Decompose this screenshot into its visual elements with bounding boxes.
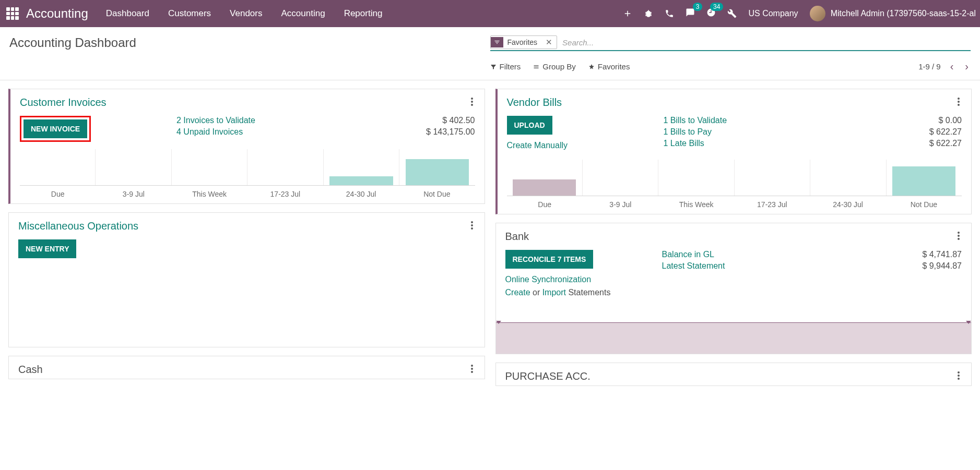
pager-prev-icon[interactable]: ‹	[948, 61, 956, 73]
pager-value[interactable]: 1-9 / 9	[918, 62, 941, 71]
link-invoices-to-validate[interactable]: 2 Invoices to Validate	[176, 116, 407, 125]
chart-label: 17-23 Jul	[734, 196, 810, 209]
kebab-icon[interactable]	[955, 97, 962, 109]
link-create-statement[interactable]: Create	[505, 288, 530, 297]
menu-vendors[interactable]: Vendors	[230, 8, 262, 19]
svg-point-4	[471, 224, 473, 226]
svg-point-15	[958, 371, 960, 373]
svg-point-2	[471, 104, 473, 106]
search-bar: Favorites ✕	[490, 35, 971, 51]
topbar-right: 3 34 US Company Mitchell Admin (17397560…	[623, 6, 976, 21]
chart-label: Due	[20, 186, 96, 198]
upload-button[interactable]: UPLOAD	[507, 116, 552, 135]
activities-badge: 34	[710, 3, 723, 11]
value-bills-to-validate: $ 0.00	[894, 116, 962, 125]
apps-icon[interactable]	[6, 7, 19, 20]
messaging-icon[interactable]: 3	[686, 8, 695, 19]
chart-label: 17-23 Jul	[247, 186, 323, 198]
chart-label: This Week	[658, 196, 734, 209]
favorites-button[interactable]: Favorites	[588, 62, 630, 71]
new-entry-button[interactable]: NEW ENTRY	[18, 239, 76, 258]
card-title-cash[interactable]: Cash	[18, 364, 43, 376]
link-create-manually[interactable]: Create Manually	[507, 141, 568, 150]
search-facet-favorites: Favorites ✕	[490, 35, 558, 49]
chart-label: This Week	[172, 186, 247, 198]
tools-icon[interactable]	[727, 9, 737, 18]
pager: 1-9 / 9 ‹ ›	[918, 61, 971, 73]
card-misc-operations: Miscellaneous Operations NEW ENTRY	[8, 212, 485, 347]
bug-icon[interactable]	[644, 9, 653, 18]
link-bills-to-pay[interactable]: 1 Bills to Pay	[664, 127, 894, 137]
text-or: or	[530, 288, 542, 297]
link-bills-to-validate[interactable]: 1 Bills to Validate	[664, 116, 894, 125]
pager-next-icon[interactable]: ›	[963, 61, 971, 73]
phone-icon[interactable]	[665, 9, 674, 18]
chart-vendor-bills: Due 3-9 Jul This Week 17-23 Jul 24-30 Ju…	[498, 160, 972, 214]
svg-point-5	[471, 227, 473, 230]
company-selector[interactable]: US Company	[748, 9, 798, 18]
menu-reporting[interactable]: Reporting	[344, 8, 383, 19]
svg-point-12	[958, 232, 960, 234]
card-customer-invoices: Customer Invoices NEW INVOICE 2 Invoices…	[8, 89, 485, 204]
reconcile-button[interactable]: RECONCILE 7 ITEMS	[505, 250, 594, 269]
card-title-purchase[interactable]: PURCHASE ACC.	[505, 370, 591, 382]
svg-point-1	[471, 101, 473, 103]
app-name[interactable]: Accounting	[26, 6, 88, 21]
facet-remove-icon[interactable]: ✕	[541, 38, 557, 47]
value-latest-statement: $ 9,944.87	[894, 261, 962, 271]
facet-label: Favorites	[503, 36, 542, 49]
chart-label: 3-9 Jul	[583, 196, 658, 209]
kebab-icon[interactable]	[469, 97, 475, 109]
svg-point-7	[471, 368, 473, 370]
main-menu: Dashboard Customers Vendors Accounting R…	[106, 8, 383, 19]
kebab-icon[interactable]	[469, 220, 475, 232]
link-balance-gl[interactable]: Balance in GL	[662, 250, 894, 259]
card-title-misc[interactable]: Miscellaneous Operations	[18, 220, 138, 232]
groupby-label: Group By	[542, 62, 575, 71]
menu-dashboard[interactable]: Dashboard	[106, 8, 149, 19]
svg-point-11	[958, 104, 960, 106]
card-vendor-bills: Vendor Bills UPLOAD Create Manually 1 Bi…	[495, 89, 972, 214]
kebab-icon[interactable]	[469, 364, 475, 376]
chart-customer-invoices: Due 3-9 Jul This Week 17-23 Jul 24-30 Ju…	[10, 149, 485, 203]
svg-point-17	[958, 378, 960, 380]
card-title-bank[interactable]: Bank	[505, 231, 529, 243]
groupby-button[interactable]: Group By	[533, 62, 575, 71]
svg-point-16	[958, 375, 960, 377]
page-title: Accounting Dashboard	[9, 35, 490, 50]
messaging-badge: 3	[693, 3, 703, 11]
kebab-icon[interactable]	[955, 370, 962, 382]
user-name: Mitchell Admin (17397560-saas-15-2-al	[831, 9, 976, 18]
user-menu[interactable]: Mitchell Admin (17397560-saas-15-2-al	[810, 6, 976, 21]
link-unpaid-invoices[interactable]: 4 Unpaid Invoices	[176, 127, 407, 137]
card-title-vendor-bills[interactable]: Vendor Bills	[507, 97, 562, 109]
filters-button[interactable]: Filters	[490, 62, 521, 71]
chart-bank	[496, 322, 972, 354]
svg-point-13	[958, 235, 960, 237]
filters-label: Filters	[500, 62, 521, 71]
activities-icon[interactable]: 34	[706, 8, 716, 19]
menu-customers[interactable]: Customers	[168, 8, 211, 19]
value-unpaid-invoices: $ 143,175.00	[407, 127, 475, 137]
chart-label: Not Due	[886, 196, 962, 209]
chart-label: 3-9 Jul	[96, 186, 171, 198]
svg-point-6	[471, 365, 473, 367]
card-title-customer-invoices[interactable]: Customer Invoices	[20, 97, 107, 109]
menu-accounting[interactable]: Accounting	[281, 8, 325, 19]
search-input[interactable]	[560, 36, 971, 49]
link-late-bills[interactable]: 1 Late Bills	[664, 139, 894, 148]
plus-icon[interactable]	[623, 9, 632, 18]
kebab-icon[interactable]	[955, 231, 962, 243]
dashboard-left-column: Customer Invoices NEW INVOICE 2 Invoices…	[8, 89, 485, 386]
svg-point-14	[958, 238, 960, 240]
link-online-sync[interactable]: Online Synchronization	[505, 275, 592, 284]
svg-point-8	[471, 371, 473, 373]
link-latest-statement[interactable]: Latest Statement	[662, 261, 894, 271]
chart-label: 24-30 Jul	[810, 196, 886, 209]
card-bank: Bank RECONCILE 7 ITEMS Online Synchroniz…	[495, 223, 972, 354]
value-late-bills: $ 622.27	[894, 139, 962, 148]
topbar: Accounting Dashboard Customers Vendors A…	[0, 0, 980, 27]
link-import-statement[interactable]: Import	[542, 288, 566, 297]
new-invoice-button[interactable]: NEW INVOICE	[23, 119, 87, 138]
svg-point-9	[958, 98, 960, 100]
